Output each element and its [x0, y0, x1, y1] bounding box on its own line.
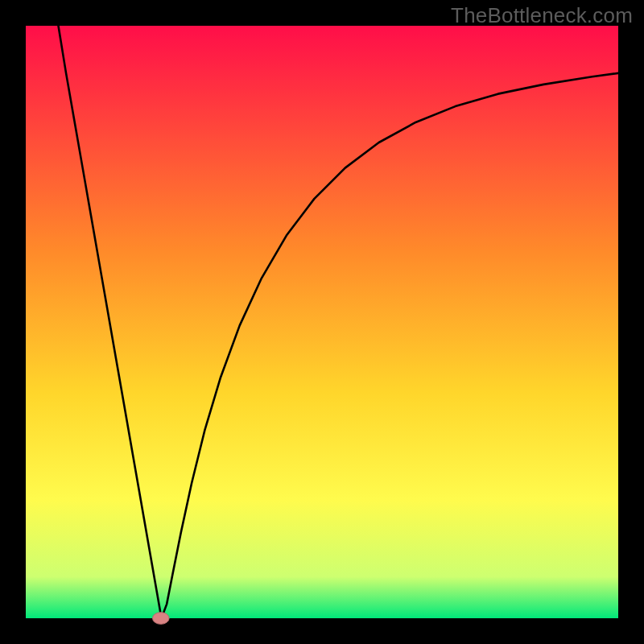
- watermark-text: TheBottleneck.com: [451, 3, 633, 28]
- bottleneck-chart: [0, 0, 644, 644]
- optimal-point-marker: [153, 613, 170, 625]
- plot-background: [26, 26, 618, 618]
- chart-frame: TheBottleneck.com: [0, 0, 644, 644]
